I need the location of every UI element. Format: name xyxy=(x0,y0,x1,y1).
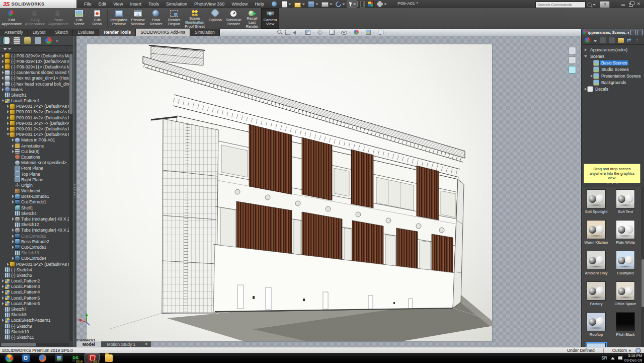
menu-edit[interactable]: Edit xyxy=(95,1,110,8)
expand-arrow-icon[interactable] xyxy=(11,217,15,221)
scene-thumb-ambient-only[interactable]: Ambient Only xyxy=(583,251,610,275)
tree-item-p09-001-6-2-default-as[interactable]: P09-001.6<2> (Default<As Machined xyxy=(0,261,69,267)
appearance-button[interactable] xyxy=(353,29,363,35)
dropdown-caret-icon[interactable] xyxy=(594,40,597,42)
tree-item-sketch4[interactable]: Sketch4 xyxy=(0,210,69,216)
expand-arrow-icon[interactable] xyxy=(584,48,588,51)
tree-item-sketch7[interactable]: Sketch7 xyxy=(0,306,69,312)
tree-item-sketch1[interactable]: Sketch1 xyxy=(0,92,69,98)
save-button[interactable] xyxy=(307,1,319,8)
tree-item-sketch9[interactable]: (-) Sketch9 xyxy=(0,323,69,329)
pane-doc-icon[interactable] xyxy=(569,56,576,64)
scene-thumb-plain-white[interactable]: Plain White xyxy=(612,220,639,245)
filter-caret-icon[interactable] xyxy=(8,48,11,50)
tab-sketch[interactable]: Sketch xyxy=(50,29,73,36)
open-folder-icon[interactable] xyxy=(618,38,624,43)
tree-item-p09-001-2-2-default-as[interactable]: P09-001.2<2> (Default<As Machined xyxy=(0,126,69,131)
tree-item-tube-rectangular-40-x[interactable]: Tube (rectangular) 40 X 20 X 2(5) xyxy=(0,228,69,233)
expand-arrow-icon[interactable] xyxy=(1,54,5,57)
expand-arrow-icon[interactable] xyxy=(1,319,5,322)
edit-decal-button[interactable]: Edit Decal xyxy=(88,8,106,29)
menu-insert[interactable]: Insert xyxy=(126,1,145,8)
restore-button[interactable] xyxy=(629,2,634,6)
graphics-viewport[interactable]: Camera1 xyxy=(76,29,581,347)
tree-item-weldment[interactable]: Weldment xyxy=(0,188,69,194)
minimize-button[interactable] xyxy=(621,2,626,6)
tree-item-cut-list-8[interactable]: Cut list(8) xyxy=(0,149,69,154)
web-status-icon[interactable] xyxy=(635,348,641,353)
pane-item-backgrounds[interactable]: Backgrounds xyxy=(582,79,644,86)
tree-item-cut-extrude1[interactable]: Cut-Extrude1 xyxy=(0,199,69,205)
tree-item-hex-head-structural[interactable]: (-) hex head structural bolt_din<1> (DIN… xyxy=(0,81,69,87)
close-button[interactable]: × xyxy=(637,2,642,6)
tree-item-mates[interactable]: Mates xyxy=(0,87,69,92)
tree-item-cut-extrude3[interactable]: Cut-Extrude3 xyxy=(0,244,69,250)
hide-show-button[interactable] xyxy=(341,29,351,35)
model-wireframe[interactable] xyxy=(87,44,492,341)
tab-simulation[interactable]: Simulation xyxy=(190,29,220,36)
new-button[interactable] xyxy=(281,1,292,8)
zoom-fit-button[interactable] xyxy=(277,29,283,35)
select-button[interactable] xyxy=(347,1,357,7)
expand-arrow-icon[interactable] xyxy=(11,150,15,153)
pane-resize-handle[interactable]: • • • xyxy=(582,181,644,186)
display-manager-tab-icon[interactable] xyxy=(45,37,52,44)
edit-scene-button[interactable]: Edit Scene xyxy=(70,8,88,29)
scene-thumb-pitch-black[interactable]: Pitch Black xyxy=(612,312,639,337)
pane-home-icon[interactable] xyxy=(569,47,576,54)
tree-item-locallpattern3[interactable]: LocalLPattern3 xyxy=(0,284,69,289)
undo-button[interactable] xyxy=(335,1,346,8)
scene-illumination-proof-sheet-button[interactable]: Scene Illumination Proof Sheet xyxy=(183,8,206,29)
tree-item-shell1[interactable]: Shell1 xyxy=(0,205,69,210)
tree-item-p09-029-11-default[interactable]: (-) P09-029<11> (Default<As Machined>< xyxy=(0,64,69,69)
expand-arrow-icon[interactable] xyxy=(6,133,10,135)
tree-horizontal-scrollbar[interactable] xyxy=(0,343,69,346)
filter-icon[interactable] xyxy=(3,48,7,50)
pane-camera-icon[interactable] xyxy=(569,66,576,74)
tree-item-countersunk-slotted[interactable]: (-) countersunk slotted raised head scre… xyxy=(0,70,69,76)
tree-item-front-plane[interactable]: Front Plane xyxy=(0,166,69,171)
dimxpert-tab-icon[interactable] xyxy=(35,37,41,44)
tree-item-sketch8[interactable]: Sketch8 xyxy=(0,312,69,318)
scene-thumb-factory[interactable]: Factory xyxy=(583,281,610,306)
help-icon[interactable]: ? xyxy=(600,1,610,8)
search-caret-icon[interactable] xyxy=(593,4,596,6)
menu-window[interactable]: Window xyxy=(228,1,251,8)
tree-item-p09-001-5-2-default-as[interactable]: P09-001.5<2> (Default<As Machined xyxy=(0,109,69,115)
tree-item-sketch10[interactable]: Sketch10 xyxy=(0,329,69,334)
menu-photoview-360[interactable]: PhotoView 360 xyxy=(191,1,228,8)
apply-appearance-icon[interactable] xyxy=(585,37,591,43)
paste-appearance-icon[interactable] xyxy=(609,37,615,43)
scene-thumb-soft-spotlight[interactable]: Soft Spotlight xyxy=(583,189,610,214)
expand-arrow-icon[interactable] xyxy=(584,88,588,91)
pane-item-studio-scenes[interactable]: Studio Scenes xyxy=(582,66,644,72)
start-taskbar-button[interactable] xyxy=(2,353,17,362)
options-button[interactable]: Options xyxy=(206,8,224,29)
tree-vertical-scrollbar[interactable] xyxy=(69,53,72,341)
tree-item-mates-in-p09-a01[interactable]: Mates in P09-A01 xyxy=(0,137,69,143)
schedule-render-button[interactable]: Schedule Render xyxy=(224,8,243,29)
camera-view-frame[interactable] xyxy=(87,44,492,341)
gear-icon[interactable] xyxy=(630,30,636,35)
tree-item-boss-extrude1[interactable]: Boss-Extrude1 xyxy=(0,194,69,199)
tree-item-right-plane[interactable]: Right Plane xyxy=(0,177,69,182)
tree-item-locallpattern6[interactable]: LocalLPattern6 xyxy=(0,301,69,306)
more-tabs-icon[interactable]: » xyxy=(56,38,58,43)
expand-arrow-icon[interactable] xyxy=(1,88,5,91)
tree-item-hex-nut-grade-din-1[interactable]: (-) hex nut grade_din<1> (Hexagon Nut xyxy=(0,76,69,81)
tree-item-top-plane[interactable]: Top Plane xyxy=(0,171,69,177)
firefox-taskbar-button[interactable] xyxy=(35,353,50,362)
pin-icon[interactable] xyxy=(272,2,277,7)
section-view-button[interactable] xyxy=(305,29,315,35)
tree-item-sketch12[interactable]: Sketch12 xyxy=(0,222,69,228)
tree-item-sketch19[interactable]: Sketch19 xyxy=(0,250,69,256)
tree-item-sketch5[interactable]: (-) Sketch5 xyxy=(0,272,69,278)
tree-item-p09-029-9-default[interactable]: (-) P09-029<9> (Default<As Machined>< xyxy=(0,53,69,58)
tree-item-cut-extrude4[interactable]: Cut-Extrude4 xyxy=(0,256,69,261)
pane-item-presentation-scenes[interactable]: Presentation Scenes xyxy=(582,72,644,79)
scrollbar-thumb[interactable] xyxy=(641,259,644,307)
copy-appearance-icon[interactable] xyxy=(600,37,606,43)
clock[interactable]: 3:15 PM 03-Dec-19 xyxy=(624,353,642,362)
expand-arrow-icon[interactable] xyxy=(1,65,5,68)
menu-tools[interactable]: Tools xyxy=(145,1,163,8)
